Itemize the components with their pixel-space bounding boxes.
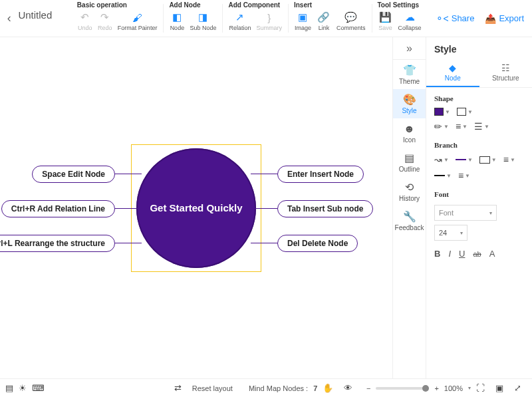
font-family-value: Font — [439, 209, 454, 217]
eye-tool-icon[interactable]: 👁 — [344, 383, 352, 393]
subnode-button[interactable]: ◨Sub Node — [188, 10, 218, 33]
toolbar-right: ⚬<Share 📤Export — [428, 0, 532, 37]
leaf-node[interactable]: Space Edit Node — [32, 166, 115, 183]
subnode-icon: ◨ — [197, 11, 209, 23]
keyboard-icon[interactable]: ⌨ — [32, 383, 45, 393]
subnode-label: Sub Node — [190, 25, 216, 31]
linecolor-icon — [456, 159, 466, 160]
chevron-down-icon: ▾ — [460, 230, 463, 236]
tab-label: Structure — [492, 74, 519, 82]
save-button[interactable]: 💾Save — [376, 10, 395, 33]
shape-line-style[interactable]: ≡▼ — [456, 121, 467, 132]
shape-line-color[interactable]: ✎▼ — [434, 121, 449, 132]
summary-button[interactable]: }Summary — [254, 10, 284, 33]
shirt-icon: 👕 — [403, 64, 416, 76]
leaf-node[interactable]: Enter Insert Node — [277, 166, 364, 183]
nodes-count: 7 — [313, 384, 317, 392]
group-insert: Insert ▣Image 🔗Link 💬Comments — [289, 0, 372, 37]
rail-label: Theme — [399, 78, 420, 85]
save-label: Save — [378, 25, 392, 31]
share-button[interactable]: ⚬<Share — [436, 13, 475, 24]
shape-line-weight[interactable]: ☰▼ — [474, 121, 489, 132]
side-rail: » 👕Theme 🎨Style ☻Icon ▤Outline ⟲History … — [392, 37, 426, 378]
shape-fill-select[interactable]: ▼ — [434, 108, 450, 116]
tab-structure[interactable]: ☷Structure — [479, 59, 533, 87]
branch-line2-select[interactable]: ▼ — [434, 173, 452, 179]
link-button[interactable]: 🔗Link — [315, 10, 333, 33]
pencil-icon: ✎ — [432, 120, 445, 133]
brightness-icon[interactable]: ☀ — [19, 383, 27, 393]
nodes-label: Mind Map Nodes : — [249, 384, 308, 392]
node-link — [115, 174, 142, 174]
node-link — [115, 208, 142, 209]
zoom-out-button[interactable]: − — [366, 384, 370, 392]
zoom-slider[interactable] — [376, 387, 429, 390]
leaf-node[interactable]: Ctrl+R Add Relation Line — [1, 200, 115, 217]
comments-button[interactable]: 💬Comments — [334, 10, 368, 33]
mindmap-canvas[interactable]: Get Started Quickly Enter Insert Node Ta… — [0, 37, 392, 378]
group-add-node: Add Node ◧Node ◨Sub Node — [164, 0, 222, 37]
tab-node[interactable]: ◆Node — [426, 59, 479, 87]
relation-icon: ↗ — [234, 11, 246, 23]
branch-color-select[interactable]: ▼ — [456, 157, 473, 163]
center-node[interactable]: Get Started Quickly — [136, 148, 256, 268]
rail-icon[interactable]: ☻Icon — [393, 118, 426, 148]
font-color-button[interactable]: A — [489, 249, 495, 259]
font-family-select[interactable]: Font▾ — [434, 205, 497, 221]
bold-button[interactable]: B — [434, 249, 440, 259]
redo-button[interactable]: ↷Redo — [96, 10, 114, 33]
center-icon[interactable]: ▣ — [495, 383, 503, 393]
rail-theme[interactable]: 👕Theme — [393, 60, 426, 89]
fit-screen-icon[interactable]: ⛶ — [476, 383, 485, 393]
image-icon: ▣ — [297, 11, 309, 23]
rail-feedback[interactable]: 🔧Feedback — [393, 206, 426, 235]
rail-label: Icon — [403, 136, 416, 144]
leaf-node[interactable]: Del Delete Node — [277, 235, 358, 252]
lines-bold-icon: ☰ — [474, 121, 483, 132]
font-size-select[interactable]: 24▾ — [434, 225, 467, 241]
branch-rect-select[interactable]: ▼ — [479, 156, 497, 164]
shape-border-select[interactable]: ▼ — [457, 108, 473, 116]
collapse-button[interactable]: ☁Collapse — [396, 10, 424, 33]
section-shape: Shape — [426, 88, 532, 105]
reset-layout-icon[interactable]: ⇄ — [174, 383, 182, 393]
section-branch: Branch — [426, 134, 532, 152]
undo-button[interactable]: ↶Undo — [76, 10, 94, 33]
group-header: Insert — [293, 0, 368, 10]
italic-button[interactable]: I — [448, 249, 451, 259]
wrench-icon: 🔧 — [403, 210, 416, 223]
node-link — [115, 243, 142, 243]
comments-label: Comments — [336, 25, 366, 31]
leaf-node[interactable]: Tab Insert Sub node — [277, 200, 373, 217]
relation-button[interactable]: ↗Relation — [227, 10, 253, 33]
underline-button[interactable]: U — [459, 249, 465, 259]
hand-tool-icon[interactable]: ✋ — [323, 383, 333, 393]
export-button[interactable]: 📤Export — [485, 13, 524, 24]
palette-icon: 🎨 — [403, 93, 416, 106]
collapse-rail-button[interactable]: » — [393, 37, 426, 60]
zoom-thumb[interactable] — [422, 385, 429, 392]
leaf-node[interactable]: Ctrl+L Rearrange the structure — [0, 235, 115, 252]
node-button[interactable]: ◧Node — [168, 10, 186, 33]
border-swatch-icon — [457, 108, 466, 116]
zoom-value: 100% — [444, 384, 463, 392]
link-icon: 🔗 — [318, 11, 330, 23]
branch-dash-select[interactable]: ≡▼ — [458, 170, 470, 181]
chevron-down-icon[interactable]: ▾ — [468, 385, 471, 391]
image-button[interactable]: ▣Image — [293, 10, 313, 33]
strikethrough-button[interactable]: ab — [473, 250, 481, 258]
zoom-in-button[interactable]: + — [434, 384, 438, 392]
rail-outline[interactable]: ▤Outline — [393, 148, 426, 177]
document-title[interactable]: Untitled — [18, 0, 71, 37]
branch-style-select[interactable]: ↝▼ — [434, 154, 449, 165]
rail-style[interactable]: 🎨Style — [393, 89, 426, 118]
back-button[interactable]: ‹ — [0, 0, 18, 37]
presentation-icon[interactable]: ▤ — [5, 383, 13, 393]
rail-history[interactable]: ⟲History — [393, 177, 426, 206]
node-link — [251, 174, 277, 174]
reset-layout-button[interactable]: Reset layout — [192, 384, 233, 392]
branch-weight-select[interactable]: ≡▼ — [503, 154, 515, 165]
fullscreen-icon[interactable]: ⤢ — [514, 383, 521, 393]
group-add-component: Add Component ↗Relation }Summary — [223, 0, 288, 37]
format-painter-button[interactable]: 🖌Format Painter — [116, 10, 160, 33]
